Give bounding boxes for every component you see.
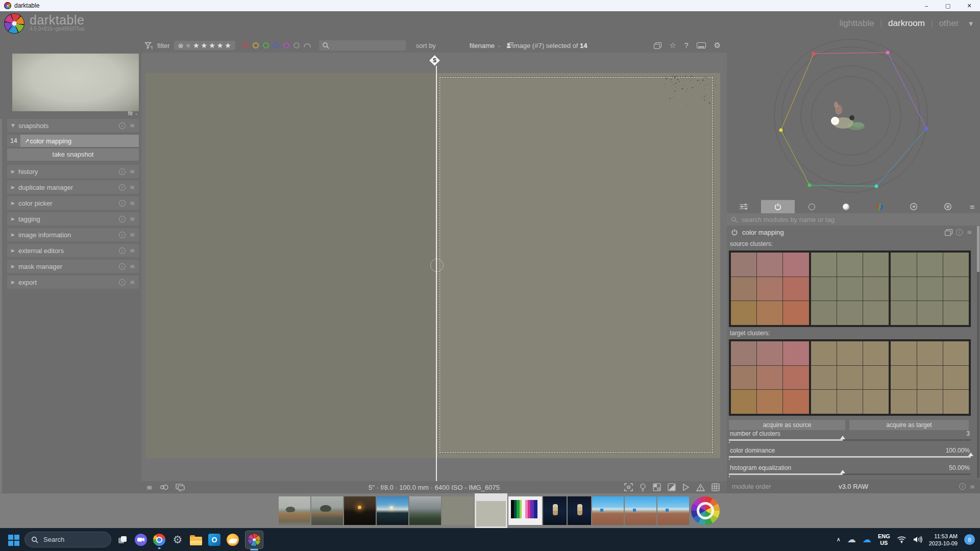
number-of-clusters-slider[interactable]: number of clusters 3 (729, 430, 971, 445)
module-power-icon[interactable] (731, 229, 738, 236)
styles-icon[interactable] (160, 484, 168, 491)
filmstrip[interactable] (0, 493, 980, 528)
star-2-icon[interactable]: ★ (201, 41, 208, 49)
outlook-button[interactable] (208, 534, 220, 546)
reset-icon[interactable] (119, 247, 126, 254)
sidebar-section-export[interactable]: ▶export≡ (7, 276, 139, 289)
reset-icon[interactable] (119, 279, 126, 286)
shortcuts-icon[interactable] (697, 42, 706, 48)
star-3-icon[interactable]: ★ (209, 41, 215, 49)
preferences-gear-icon[interactable]: ⚙ (714, 41, 721, 50)
right-panel-scrollbar[interactable] (977, 226, 979, 478)
filmstrip-thumb-2[interactable] (311, 496, 343, 525)
language-indicator[interactable]: ENG US (878, 533, 890, 546)
reset-icon[interactable] (959, 483, 966, 490)
reset-icon[interactable] (119, 168, 126, 175)
chrome-button[interactable] (153, 534, 165, 546)
help-icon[interactable]: ? (684, 41, 689, 49)
reset-icon[interactable] (119, 263, 126, 270)
sort-field-dropdown[interactable]: filename ⌄ (470, 42, 501, 49)
color-mapping-module-header[interactable]: color mapping ≡ (727, 226, 976, 238)
focus-peaking-icon[interactable] (624, 483, 633, 491)
maximize-button[interactable]: ▢ (937, 0, 959, 11)
sidebar-section-image-information[interactable]: ▶image information≡ (7, 228, 139, 241)
presets-menu-icon[interactable]: ≡ (967, 229, 972, 236)
clipping-warning-icon[interactable] (668, 483, 676, 491)
gamut-check-icon[interactable] (696, 484, 705, 491)
softproof-icon[interactable] (682, 483, 690, 491)
zoom-app-button[interactable] (135, 534, 147, 546)
filmstrip-thumb-8[interactable] (508, 496, 542, 525)
histogram-equalization-slider[interactable]: histogram equalization 50.00% (729, 464, 971, 480)
view-other[interactable]: other (939, 18, 959, 29)
collections-icon[interactable] (654, 42, 661, 48)
iso12646-bulb-icon[interactable] (640, 483, 646, 492)
zoom-mode[interactable]: fit ⌄ (128, 110, 138, 116)
star-4-icon[interactable]: ★ (217, 41, 224, 49)
filter-funnel-icon[interactable] (144, 42, 153, 49)
filmstrip-thumb-10[interactable] (568, 496, 591, 525)
acquire-as-target-button[interactable]: acquire as target (849, 420, 969, 430)
snapshot-marker[interactable]: S (429, 55, 440, 66)
reset-icon[interactable] (119, 122, 126, 129)
snapshot-divider-line[interactable] (436, 66, 437, 481)
color-dominance-slider[interactable]: color dominance 100.00% (729, 447, 971, 462)
presets-menu-icon[interactable]: ≡ (130, 122, 135, 129)
tab-effects-group[interactable] (930, 200, 965, 213)
start-button[interactable] (8, 535, 13, 540)
sidebar-section-mask-manager[interactable]: ▶mask manager≡ (7, 260, 139, 273)
left-panel-handle[interactable] (0, 119, 2, 528)
presets-menu-icon[interactable]: ≡ (130, 184, 135, 191)
presets-menu-icon[interactable]: ≡ (130, 263, 135, 270)
darktable-taskbar-button[interactable] (245, 531, 263, 549)
reset-icon[interactable] (119, 216, 126, 222)
tab-correct-group[interactable] (897, 200, 931, 213)
filmstrip-thumb-5[interactable] (409, 496, 441, 525)
slider-handle[interactable] (840, 470, 845, 473)
view-lighttable[interactable]: lighttable (839, 18, 874, 29)
snapshot-entry[interactable]: 14 ↗ color mapping (7, 135, 139, 147)
star-rating-filter[interactable]: ⊗ ★ ★ ★ ★ ★ ★ (174, 41, 235, 50)
reset-icon[interactable] (119, 232, 126, 238)
star-1-icon[interactable]: ★ (193, 41, 200, 49)
module-search[interactable] (727, 213, 980, 226)
sidebar-section-external-editors[interactable]: ▶external editors≡ (7, 244, 139, 257)
presets-menu-icon[interactable]: ≡ (130, 199, 135, 207)
module-search-input[interactable] (741, 215, 976, 224)
presets-menu-icon[interactable]: ≡ (130, 279, 135, 286)
tab-active-modules[interactable] (727, 200, 761, 213)
tab-base-group[interactable] (795, 200, 829, 213)
tab-enabled-modules[interactable] (761, 200, 795, 213)
settings-button[interactable]: ⚙ (172, 534, 184, 546)
filmstrip-selected-thumb[interactable] (475, 493, 507, 528)
sidebar-section-snapshots[interactable]: ▼ snapshots ≡ (7, 119, 139, 132)
star-off-icon[interactable]: ⊗ (178, 42, 184, 49)
take-snapshot-button[interactable]: take snapshot (7, 148, 139, 161)
taskbar-search-input[interactable] (42, 535, 101, 544)
slider-handle[interactable] (968, 453, 973, 456)
view-darkroom[interactable]: darkroom (888, 18, 925, 29)
onedrive-gray-icon[interactable]: ☁ (847, 535, 856, 544)
color-label-filter-4[interactable] (273, 42, 279, 48)
second-window-icon[interactable] (176, 484, 185, 491)
search-input[interactable] (329, 40, 403, 51)
presets-menu-icon[interactable]: ≡ (130, 231, 135, 238)
weather-button[interactable] (227, 534, 239, 546)
filmstrip-thumb-6[interactable] (442, 496, 474, 525)
acquire-as-source-button[interactable]: acquire as source (729, 420, 845, 430)
wifi-icon[interactable] (897, 536, 906, 543)
guides-overlay-icon[interactable] (712, 483, 720, 491)
search-box[interactable] (319, 40, 406, 51)
favorites-icon[interactable]: ☆ (669, 41, 676, 50)
reset-icon[interactable] (119, 184, 126, 191)
clock[interactable]: 11:53 AM 2023-10-09 (929, 533, 958, 547)
star-zero-icon[interactable]: ★ (185, 41, 191, 49)
color-label-filter-2[interactable] (253, 42, 259, 48)
task-view-button[interactable] (116, 534, 129, 546)
sidebar-section-history[interactable]: ▶history≡ (7, 165, 139, 178)
filmstrip-thumb-9[interactable] (543, 496, 567, 525)
darkroom-canvas[interactable]: S (141, 53, 727, 481)
sidebar-section-color-picker[interactable]: ▶color picker≡ (7, 196, 139, 210)
reset-icon[interactable] (956, 229, 963, 236)
filmstrip-thumb-11[interactable] (592, 496, 624, 525)
